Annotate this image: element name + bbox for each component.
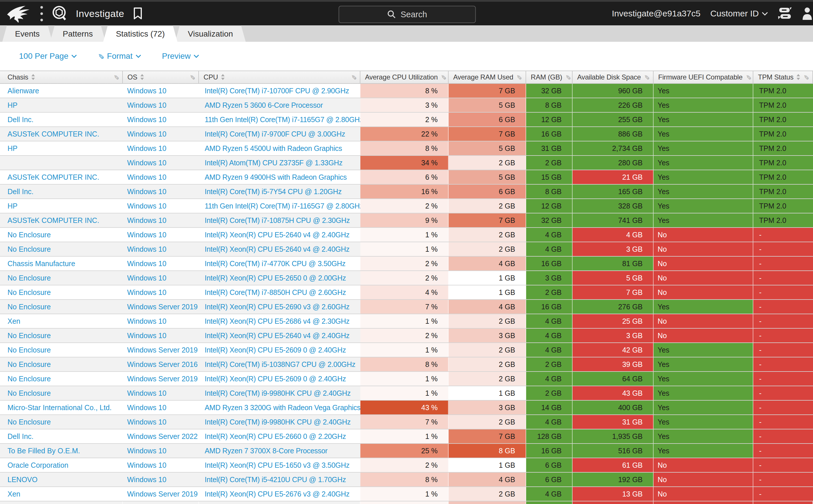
cell-chasis[interactable]: No Enclosure xyxy=(0,228,123,242)
cell-cpu[interactable]: AMD Ryzen 3 3200G with Radeon Vega Graph… xyxy=(199,401,360,414)
cell-cpu[interactable]: AMD Ryzen 5 4500U with Radeon Graphics xyxy=(199,141,360,155)
cell-cpu[interactable]: Intel(R) Core(TM) i9-9980HK CPU @ 2.40GH… xyxy=(199,415,360,429)
cell-chasis[interactable]: No Enclosure xyxy=(0,300,123,314)
cell-os[interactable]: Windows 10 xyxy=(123,170,199,184)
cell-cpu[interactable]: Intel(R) Xeon(R) CPU E5-2640 v4 @ 2.40GH… xyxy=(199,329,360,342)
cell-os[interactable]: Windows 10 xyxy=(123,329,199,342)
cell-os[interactable]: Windows 10 xyxy=(123,285,199,299)
cell-os[interactable]: Windows Server 2019 xyxy=(123,487,199,501)
cell-chasis[interactable]: HP xyxy=(0,98,123,112)
cell-cpu[interactable]: Intel(R) Xeon(R) CPU E5-2640 v4 @ 2.40GH… xyxy=(199,228,360,242)
column-header-ram-gb[interactable]: RAM (GB)✎ xyxy=(526,71,572,83)
cell-cpu[interactable]: Intel(R) Xeon(R) CPU E5-2609 0 @ 2.40GHz xyxy=(199,343,360,357)
cell-chasis[interactable]: Micro-Star International Co., Ltd. xyxy=(0,401,123,414)
cell-os[interactable]: Windows 10 xyxy=(123,156,199,170)
cell-os[interactable]: Windows 10 xyxy=(123,185,199,198)
cell-cpu[interactable]: 11th Gen Intel(R) Core(TM) i7-1165G7 @ 2… xyxy=(199,199,360,213)
cell-chasis[interactable]: Dell Inc. xyxy=(0,113,123,126)
cell-os[interactable]: Windows 10 xyxy=(123,199,199,213)
column-header-os[interactable]: OS✎ xyxy=(123,71,199,83)
cell-cpu[interactable]: Intel(R) Core(TM) i7-10875H CPU @ 2.30GH… xyxy=(199,213,360,227)
cell-chasis[interactable]: ASUSTeK COMPUTER INC. xyxy=(0,213,123,227)
user-icon[interactable] xyxy=(802,7,812,20)
cell-chasis[interactable]: No Enclosure xyxy=(0,372,123,386)
cell-chasis[interactable]: No Enclosure xyxy=(0,386,123,400)
tab-visualization[interactable]: Visualization xyxy=(175,25,246,42)
cell-cpu[interactable]: Intel(R) Xeon(R) CPU E5-2690 v3 @ 2.60GH… xyxy=(199,300,360,314)
cell-os[interactable]: Windows Server 2019 xyxy=(123,300,199,314)
cell-chasis[interactable]: HP xyxy=(0,141,123,155)
cell-cpu[interactable]: 11th Gen Intel(R) Core(TM) i7-1165G7 @ 2… xyxy=(199,113,360,126)
cell-cpu[interactable]: Intel(R) Xeon(R) CPU E5-2676 v3 @ 2.40GH… xyxy=(199,487,360,501)
column-header-cpu[interactable]: CPU✎ xyxy=(199,71,360,83)
cell-chasis[interactable]: No Enclosure xyxy=(0,343,123,357)
cell-cpu[interactable]: AMD Ryzen 7 3700X 8-Core Processor xyxy=(199,444,360,458)
cell-cpu[interactable]: AMD Ryzen 5 3600 6-Core Processor xyxy=(199,98,360,112)
column-header-firmware-uefi-compatable[interactable]: Firmware UEFI Compatable✎ xyxy=(654,71,753,83)
cell-chasis[interactable]: No Enclosure xyxy=(0,242,123,256)
column-header-average-ram-used[interactable]: Average RAM Used✎ xyxy=(449,71,526,83)
tab-statistics[interactable]: Statistics (72) xyxy=(103,25,177,42)
cell-os[interactable]: Windows Server 2016 xyxy=(123,357,199,371)
cell-os[interactable]: Windows 10 xyxy=(123,127,199,141)
app-switcher-menu-icon[interactable] xyxy=(39,4,44,23)
cell-chasis[interactable]: Dell Inc. xyxy=(0,185,123,198)
cell-chasis[interactable]: No Enclosure xyxy=(0,357,123,371)
customer-id-dropdown[interactable]: Customer ID xyxy=(710,9,768,18)
cell-chasis[interactable] xyxy=(0,156,123,170)
search-input[interactable]: Search xyxy=(339,6,476,23)
cell-cpu[interactable]: Intel(R) Core(TM) i7-10700F CPU @ 2.90GH… xyxy=(199,84,360,98)
column-header-available-disk-space[interactable]: Available Disk Space✎ xyxy=(572,71,654,83)
cell-os[interactable]: Windows 10 xyxy=(123,458,199,472)
cell-os[interactable]: Windows Server 2019 xyxy=(123,343,199,357)
cell-cpu[interactable]: Intel(R) Xeon(R) CPU E5-2609 0 @ 2.40GHz xyxy=(199,372,360,386)
cell-os[interactable]: Windows Server 2019 xyxy=(123,372,199,386)
per-page-dropdown[interactable]: 100 Per Page xyxy=(19,52,77,61)
cell-chasis[interactable]: No Enclosure xyxy=(0,285,123,299)
cell-cpu[interactable]: Intel(R) Xeon(R) CPU E5-1650 v3 @ 3.50GH… xyxy=(199,458,360,472)
cell-cpu[interactable]: Intel(R) Atom(TM) CPU Z3735F @ 1.33GHz xyxy=(199,156,360,170)
cell-os[interactable]: Windows 10 xyxy=(123,386,199,400)
cell-cpu[interactable]: Intel(R) Xeon(R) CPU E5-2660 0 @ 2.20GHz xyxy=(199,429,360,443)
cell-os[interactable]: Windows 10 xyxy=(123,141,199,155)
cell-chasis[interactable]: No Enclosure xyxy=(0,271,123,285)
format-dropdown[interactable]: ✎ Format xyxy=(98,52,141,61)
chat-icon[interactable] xyxy=(778,7,792,20)
cell-chasis[interactable]: To Be Filled By O.E.M. xyxy=(0,444,123,458)
column-header-average-cpu-utilization[interactable]: Average CPU Utilization✎ xyxy=(360,71,449,83)
cell-chasis[interactable]: Xen xyxy=(0,487,123,501)
cell-cpu[interactable]: AMD Ryzen 9 4900HS with Radeon Graphics xyxy=(199,170,360,184)
cell-cpu[interactable]: Intel(R) Core(TM) i7-8850H CPU @ 2.60GHz xyxy=(199,285,360,299)
cell-os[interactable]: Windows 10 xyxy=(123,473,199,486)
cell-os[interactable]: Windows 10 xyxy=(123,401,199,414)
cell-cpu[interactable]: Intel(R) Core(TM) i5-4210U CPU @ 1.70GHz xyxy=(199,473,360,486)
cell-os[interactable]: Windows 10 xyxy=(123,213,199,227)
cell-cpu[interactable]: Intel(R) Core(TM) i7-9700F CPU @ 3.00GHz xyxy=(199,127,360,141)
cell-chasis[interactable]: Dell Inc. xyxy=(0,429,123,443)
cell-os[interactable]: Windows 10 xyxy=(123,98,199,112)
cell-os[interactable]: Windows 10 xyxy=(123,257,199,270)
cell-cpu[interactable]: Intel(R) Core(TM) i7-4770K CPU @ 3.50GHz xyxy=(199,257,360,270)
cell-chasis[interactable]: LENOVO xyxy=(0,473,123,486)
cell-chasis[interactable]: No Enclosure xyxy=(0,329,123,342)
cell-cpu[interactable]: Intel(R) Core(TM) i5-7Y54 CPU @ 1.20GHz xyxy=(199,185,360,198)
cell-cpu[interactable]: Intel(R) Xeon(R) CPU E5-2640 v4 @ 2.40GH… xyxy=(199,242,360,256)
preview-dropdown[interactable]: Preview xyxy=(162,52,199,61)
cell-os[interactable]: Windows 10 xyxy=(123,228,199,242)
bookmark-icon[interactable] xyxy=(133,7,142,20)
cell-chasis[interactable]: Alienware xyxy=(0,84,123,98)
cell-os[interactable]: Windows 10 xyxy=(123,113,199,126)
cell-os[interactable]: Windows Server 2022 xyxy=(123,429,199,443)
cell-chasis[interactable]: Chassis Manufacture xyxy=(0,257,123,270)
cell-os[interactable]: Windows 10 xyxy=(123,242,199,256)
cell-os[interactable]: Windows 10 xyxy=(123,314,199,328)
cell-chasis[interactable]: No Enclosure xyxy=(0,415,123,429)
cell-chasis[interactable]: Xen xyxy=(0,314,123,328)
tab-patterns[interactable]: Patterns xyxy=(50,25,105,42)
cell-cpu[interactable]: Intel(R) Xeon(R) CPU E5-2650 0 @ 2.00GHz xyxy=(199,271,360,285)
cell-cpu[interactable]: Intel(R) Core(TM) i5-1038NG7 CPU @ 2.00G… xyxy=(199,357,360,371)
tab-events[interactable]: Events xyxy=(2,25,52,42)
cell-os[interactable]: Windows 10 xyxy=(123,444,199,458)
cell-chasis[interactable]: ASUSTeK COMPUTER INC. xyxy=(0,170,123,184)
cell-chasis[interactable]: Oracle Corporation xyxy=(0,458,123,472)
